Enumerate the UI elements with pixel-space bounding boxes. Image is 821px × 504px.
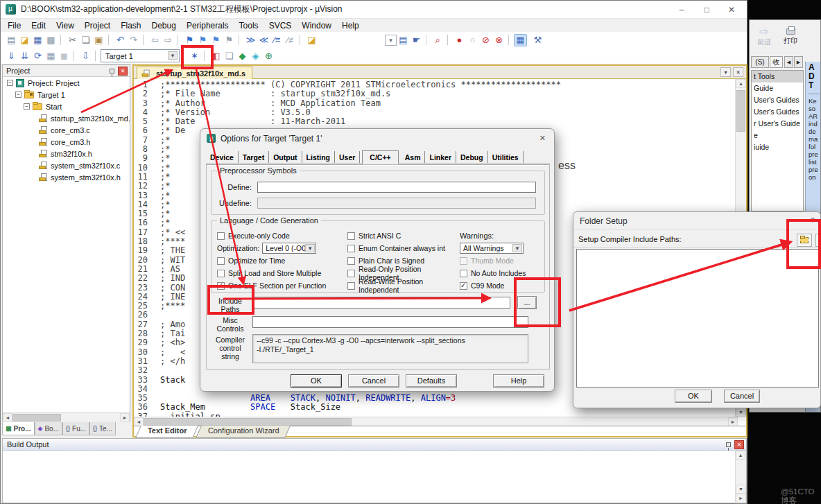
help-tree-item[interactable]: iuide (752, 141, 803, 153)
menu-help[interactable]: Help (342, 21, 359, 31)
help-button[interactable]: Help (493, 374, 544, 388)
checkbox-strict-ansi-c[interactable]: Strict ANSI C (347, 229, 457, 242)
tab-debug[interactable]: Debug (456, 151, 488, 163)
ok-button[interactable]: OK (291, 374, 342, 388)
tab-utilities[interactable]: Utilities (488, 151, 524, 163)
breakpoint-kill-icon[interactable]: ⊗ (492, 34, 505, 46)
multi-project-icon[interactable]: ❏ (223, 50, 236, 62)
scroll-thumb[interactable] (736, 90, 745, 132)
checkbox-read-write-position-independent[interactable]: Read-Write Position Independent (347, 279, 457, 292)
scroll-right-icon[interactable]: ► (120, 413, 130, 422)
stop-build-icon[interactable]: ◼ (58, 50, 71, 62)
checkbox-one-elf-section-per-function[interactable]: One ELF Section per Function (217, 279, 343, 292)
breakpoint-disable-icon[interactable]: ⊘ (479, 34, 492, 46)
window-layout-icon[interactable]: ▦ (514, 34, 527, 46)
panel-tab-te[interactable]: {}Te... (89, 422, 116, 435)
tab-output[interactable]: Output (269, 151, 302, 163)
help-tree-item[interactable]: t Tools (752, 71, 803, 82)
help-tab-favorites[interactable]: 收 (770, 56, 783, 68)
checkbox-thumb-mode[interactable]: Thumb Mode (460, 254, 542, 267)
editor-hscrollbar[interactable]: ◄ ► (134, 417, 738, 426)
menu-flash[interactable]: Flash (121, 21, 141, 31)
scroll-down-icon[interactable]: ▼ (736, 485, 746, 494)
tree-item-target-1[interactable]: −Target 1 (3, 89, 130, 101)
tree-item-system-stm32f10x-c[interactable]: system_stm32f10x.c (3, 159, 130, 171)
tab-user[interactable]: User (335, 151, 360, 163)
tab-linker[interactable]: Linker (425, 151, 456, 163)
paste-icon[interactable]: ▣ (92, 34, 105, 46)
menu-file[interactable]: File (8, 21, 21, 31)
defaults-button[interactable]: Defaults (406, 374, 457, 388)
tab-scroll-right-icon[interactable]: ▶ (794, 56, 803, 68)
include-paths-list[interactable] (576, 249, 819, 388)
target-select[interactable]: Target 1 (101, 49, 180, 62)
new-file-icon[interactable]: ▤ (5, 34, 18, 46)
tree-item-project-project[interactable]: −Project: Project (3, 77, 130, 89)
doc-mode-tab-configuration-wizard[interactable]: Configuration Wizard (196, 426, 291, 438)
tree-item-core-cm3-h[interactable]: core_cm3.h (3, 136, 130, 148)
menu-project[interactable]: Project (85, 21, 110, 31)
tree-expander-icon[interactable]: − (15, 92, 21, 98)
checkbox-enum-container-always-int[interactable]: Enum Container always int (347, 242, 457, 254)
tab-scroll-left-icon[interactable]: ◀ (784, 56, 793, 68)
tree-item-core-cm3-c[interactable]: core_cm3.c (3, 124, 130, 136)
undo-icon[interactable]: ↶ (114, 34, 127, 46)
save-all-icon[interactable]: ▩ (44, 34, 58, 46)
config-wizard-icon[interactable]: ◪ (305, 34, 318, 46)
help-tree-item[interactable]: r User's Guide (752, 118, 803, 130)
cancel-button[interactable]: Cancel (724, 390, 760, 403)
define-input[interactable] (257, 182, 536, 193)
build-icon[interactable]: ⇊ (18, 50, 31, 62)
help-tab-contents[interactable]: (S) (751, 56, 769, 68)
doc-mode-tab-text-editor[interactable]: Text Editor (135, 426, 198, 438)
menu-tools[interactable]: Tools (239, 21, 259, 31)
tree-item-system-stm32f10x-h[interactable]: system_stm32f10x.h (3, 171, 130, 183)
tree-expander-icon[interactable]: − (24, 103, 30, 110)
manage-rte-icon[interactable]: ◧ (209, 50, 223, 62)
navigate-back-icon[interactable]: ⇦ (148, 34, 162, 46)
navigate-forward-icon[interactable]: ⇨ (162, 34, 175, 46)
scroll-up-icon[interactable]: ▲ (736, 79, 746, 88)
indent-icon[interactable]: ≫ (244, 34, 257, 46)
panel-close-icon[interactable]: ✕ (118, 67, 128, 76)
breakpoint-enable-icon[interactable]: ○ (466, 34, 479, 46)
bookmark-next-icon[interactable]: ⚑ (209, 34, 223, 46)
comment-icon[interactable]: ∕≡ (270, 34, 284, 46)
panel-tab-bo[interactable]: ◆Bo... (35, 422, 63, 435)
close-button[interactable]: ✕ (719, 1, 744, 19)
tab-close-icon[interactable]: ✕ (733, 67, 743, 77)
project-hscrollbar[interactable]: ◄ ► (3, 412, 130, 422)
dropdown-optimization[interactable]: Level 0 (-O0) (262, 243, 316, 254)
tab-list-dropdown-icon[interactable]: ▾ (720, 67, 731, 77)
menu-debug[interactable]: Debug (152, 21, 176, 31)
tab-listing[interactable]: Listing (302, 151, 335, 163)
dialog-close-icon[interactable]: ✕ (539, 134, 546, 143)
open-folder-icon[interactable]: ◪ (18, 34, 31, 46)
scroll-thumb[interactable] (144, 418, 352, 426)
include-paths-input[interactable] (252, 297, 510, 309)
checkbox-execute-only-code[interactable]: Execute-only Code (217, 229, 343, 242)
cut-icon[interactable]: ✂ (66, 34, 79, 46)
help-icon[interactable]: ? (811, 216, 815, 225)
tab-c-c[interactable]: C/C++ (362, 150, 398, 164)
tab-target[interactable]: Target (239, 151, 269, 163)
tree-item-startup-stm32f10x-md-s[interactable]: startup_stm32f10x_md.s (3, 112, 130, 124)
checkbox-split-load-and-store-multiple[interactable]: Split Load and Store Multiple (217, 267, 343, 279)
tab-asm[interactable]: Asm (401, 151, 426, 163)
help-tree-item[interactable]: User's Guides (752, 94, 803, 106)
configure-tools-icon[interactable]: ⚒ (531, 34, 544, 46)
help-tree-item[interactable]: User's Guides (752, 106, 803, 118)
options-for-target-icon[interactable]: ✶ (188, 50, 201, 62)
menu-view[interactable]: View (56, 21, 74, 31)
pin-icon[interactable] (726, 442, 731, 447)
find-in-files-icon[interactable]: ▤ (397, 34, 410, 46)
panel-close-icon[interactable]: ✕ (734, 440, 744, 449)
run-to-cursor-icon[interactable]: ☛ (410, 34, 423, 46)
cancel-button[interactable]: Cancel (348, 374, 399, 388)
help-print-button[interactable]: 打印 (779, 23, 802, 51)
document-tab[interactable]: startup_stm32f10x_md.s (137, 67, 252, 79)
scroll-left-icon[interactable]: ◄ (3, 413, 12, 422)
tab-device[interactable]: Device (206, 151, 239, 163)
redo-icon[interactable]: ↷ (127, 34, 140, 46)
checkbox-c99-mode[interactable]: C99 Mode (460, 279, 542, 292)
